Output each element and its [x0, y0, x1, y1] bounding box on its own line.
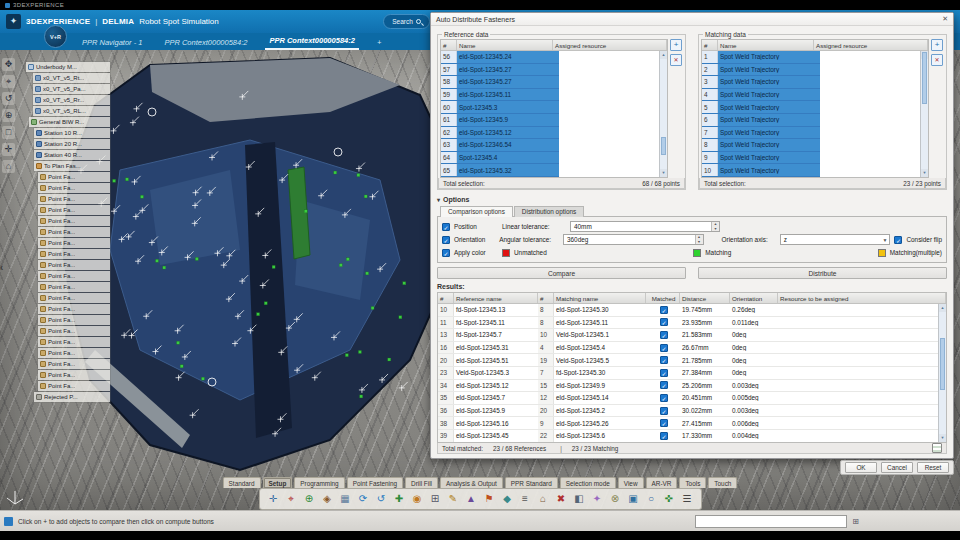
add-matching-button[interactable]: +	[931, 39, 943, 51]
vr-badge[interactable]: V+R	[44, 25, 67, 48]
results-row[interactable]: 20eld-Spot-12345.5119Veld-Spot-12345.5✓2…	[438, 354, 946, 367]
column-header-resource[interactable]: Assigned resource	[553, 40, 667, 50]
apply-color-checkbox[interactable]: ✓	[442, 249, 450, 257]
add-reference-button[interactable]: +	[670, 39, 682, 51]
tab-comparison-options[interactable]: Comparison options	[440, 206, 513, 217]
matched-checkbox[interactable]: ✓	[660, 419, 668, 427]
column-header-distance[interactable]: Distance	[680, 293, 730, 303]
tree-item[interactable]: Point Fa...	[38, 359, 110, 369]
scroll-up-icon[interactable]: ▲	[939, 304, 946, 312]
matched-checkbox[interactable]: ✓	[660, 344, 668, 352]
tree-item[interactable]: Point Fa...	[38, 194, 110, 204]
tree-item[interactable]: To Plan Fas...	[34, 161, 110, 171]
results-scrollbar[interactable]: ▲ ▼	[938, 304, 946, 442]
remove-reference-button[interactable]: ✕	[670, 54, 682, 66]
matching-scrollbar[interactable]: ▲ ▼	[920, 51, 928, 177]
results-row[interactable]: 16eld-Spot-12345.314eld-Spot-12345.4✓26.…	[438, 342, 946, 355]
tree-item[interactable]: Point Fa...	[38, 260, 110, 270]
column-header-orientation[interactable]: Orientation	[730, 293, 778, 303]
table-row[interactable]: 61eld-Spot-12345.9	[441, 114, 559, 127]
ribbon-tool-icon-24[interactable]: ☰	[680, 491, 695, 507]
tree-item[interactable]: Rejected P...	[34, 392, 110, 402]
ribbon-tab-ppr-standard[interactable]: PPR Standard	[505, 477, 558, 488]
ok-button[interactable]: OK	[845, 462, 877, 473]
cancel-button[interactable]: Cancel	[881, 462, 913, 473]
orientation-axis-select[interactable]: z ▼	[780, 234, 891, 245]
ribbon-tab-standard[interactable]: Standard	[223, 477, 261, 488]
ribbon-tool-icon-17[interactable]: ✖	[554, 491, 569, 507]
matched-checkbox[interactable]: ✓	[660, 432, 668, 440]
tree-item[interactable]: Point Fa...	[38, 216, 110, 226]
matched-checkbox[interactable]: ✓	[660, 331, 668, 339]
view-tool-icon-3[interactable]: ↺	[2, 92, 15, 105]
tree-item[interactable]: x0_VT_v5_RL...	[33, 106, 110, 116]
scrollbar-thumb[interactable]	[661, 137, 666, 155]
scrollbar-thumb[interactable]	[940, 338, 945, 390]
spin-down-icon[interactable]: ▼	[696, 240, 703, 245]
view-tool-icon-4[interactable]: ⊕	[2, 109, 15, 122]
ribbon-tool-icon-2[interactable]: ⌖	[284, 491, 299, 507]
table-row[interactable]: 59eld-Spot-12345.11	[441, 89, 559, 102]
spin-down-icon[interactable]: ▼	[712, 227, 719, 232]
tree-item[interactable]: Point Fa...	[38, 326, 110, 336]
ribbon-tab-point-fastening[interactable]: Point Fastening	[347, 477, 403, 488]
column-header-number[interactable]: #	[441, 40, 457, 50]
command-input[interactable]	[695, 515, 847, 528]
ribbon-tool-icon-13[interactable]: ⚑	[482, 491, 497, 507]
table-row[interactable]: 4Spot Weld Trajectory	[702, 89, 820, 102]
tree-item[interactable]: Point Fa...	[38, 227, 110, 237]
table-row[interactable]: 58eld-Spot-12345.27	[441, 76, 559, 89]
ribbon-tab-tools[interactable]: Tools	[679, 477, 706, 488]
dialog-close-button[interactable]: ✕	[942, 15, 948, 23]
document-tab[interactable]: PPR Context00000584:2	[265, 35, 358, 50]
reference-scrollbar[interactable]: ▲ ▼	[659, 51, 667, 177]
tree-item[interactable]: Point Fa...	[38, 304, 110, 314]
tree-item[interactable]: Point Fa...	[38, 348, 110, 358]
table-row[interactable]: 3Spot Weld Trajectory	[702, 76, 820, 89]
view-tool-icon-5[interactable]: □	[2, 126, 15, 139]
tree-item[interactable]: Point Fa...	[38, 293, 110, 303]
tree-item[interactable]: Point Fa...	[38, 337, 110, 347]
results-row[interactable]: 23Veld-Spot-12345.37fd-Spot-12345.30✓27.…	[438, 367, 946, 380]
ribbon-tool-icon-23[interactable]: ✜	[662, 491, 677, 507]
ribbon-tab-selection-mode[interactable]: Selection mode	[560, 477, 616, 488]
ribbon-tool-icon-22[interactable]: ○	[644, 491, 659, 507]
tree-item[interactable]: x0_VT_v5_Rr...	[33, 95, 110, 105]
options-collapse-icon[interactable]: ▾	[437, 196, 440, 203]
scroll-down-icon[interactable]: ▼	[921, 169, 928, 177]
ribbon-tool-icon-14[interactable]: ◆	[500, 491, 515, 507]
table-row[interactable]: 64Spot-12345.4	[441, 152, 559, 165]
ribbon-tool-icon-1[interactable]: ✛	[266, 491, 281, 507]
tree-item[interactable]: Point Fa...	[38, 381, 110, 391]
tree-item[interactable]: Point Fa...	[38, 370, 110, 380]
ribbon-tool-icon-7[interactable]: ↺	[374, 491, 389, 507]
ribbon-tab-analysis-output[interactable]: Analysis & Output	[440, 477, 503, 488]
table-row[interactable]: 8Spot Weld Trajectory	[702, 139, 820, 152]
ribbon-tab-ar-vr[interactable]: AR-VR	[646, 477, 678, 488]
ribbon-tool-icon-9[interactable]: ◉	[410, 491, 425, 507]
tree-item[interactable]: Point Fa...	[38, 271, 110, 281]
ribbon-tool-icon-5[interactable]: ▦	[338, 491, 353, 507]
tab-distribution-options[interactable]: Distribution options	[514, 206, 584, 217]
orientation-checkbox[interactable]: ✓	[442, 236, 450, 244]
document-tab[interactable]: PPR Navigator - 1	[78, 37, 146, 50]
ribbon-tool-icon-12[interactable]: ▲	[464, 491, 479, 507]
ribbon-tab-drill-fill[interactable]: Drill Fill	[405, 477, 438, 488]
view-tool-icon-1[interactable]: ✥	[2, 58, 15, 71]
ribbon-tool-icon-21[interactable]: ▣	[626, 491, 641, 507]
results-row[interactable]: 38eld-Spot-12345.169eld-Spot-12345.26✓27…	[438, 417, 946, 430]
results-row[interactable]: 10fd-Spot-12345.138eld-Spot-12345.30✓19.…	[438, 304, 946, 317]
tree-item[interactable]: Point Fa...	[38, 205, 110, 215]
linear-tolerance-input[interactable]: 40mm ▲ ▼	[570, 221, 720, 232]
ribbon-tab-view[interactable]: View	[618, 477, 644, 488]
export-results-icon[interactable]	[932, 443, 942, 453]
matched-checkbox[interactable]: ✓	[660, 318, 668, 326]
grid-icon[interactable]: ⊞	[852, 517, 859, 526]
matched-checkbox[interactable]: ✓	[660, 369, 668, 377]
ribbon-tool-icon-18[interactable]: ◧	[572, 491, 587, 507]
ribbon-tool-icon-4[interactable]: ◈	[320, 491, 335, 507]
ribbon-tool-icon-10[interactable]: ⊞	[428, 491, 443, 507]
matched-checkbox[interactable]: ✓	[660, 394, 668, 402]
table-row[interactable]: 63eld-Spot-12346.54	[441, 139, 559, 152]
table-row[interactable]: 7Spot Weld Trajectory	[702, 127, 820, 140]
